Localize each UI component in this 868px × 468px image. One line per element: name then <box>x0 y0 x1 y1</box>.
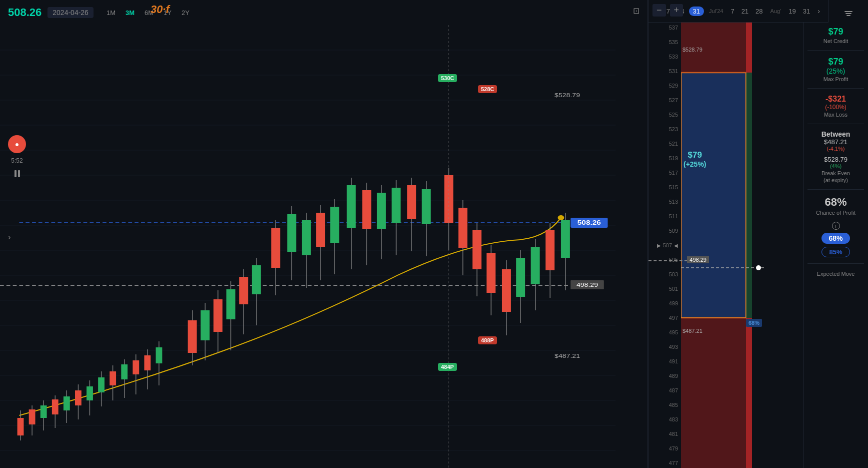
price-535: 535 <box>648 39 678 45</box>
svg-rect-79 <box>422 189 431 224</box>
svg-rect-111 <box>746 318 752 468</box>
pnl-panel: $79 Net Credit $79 (25%) Max Profit -$32… <box>803 23 868 468</box>
upper-strike-price: $528.79 <box>682 47 702 53</box>
svg-rect-33 <box>86 386 93 400</box>
price-531: 531 <box>648 68 678 74</box>
divider-2 <box>808 88 864 89</box>
svg-rect-73 <box>377 193 386 229</box>
svg-rect-21 <box>18 418 24 435</box>
price-501: 501 <box>648 286 678 292</box>
current-date: 2024-04-26 <box>48 7 94 18</box>
svg-rect-67 <box>330 207 339 243</box>
max-profit-pct: (25%) <box>826 67 845 75</box>
badge-85[interactable]: 85% <box>822 247 850 257</box>
nav-date-7-jul[interactable]: 7 <box>728 7 736 16</box>
price-479: 479 <box>648 445 678 451</box>
price-533: 533 <box>648 54 678 60</box>
price-497: 497 <box>648 315 678 321</box>
price-499: 499 <box>648 300 678 306</box>
svg-point-17 <box>558 215 564 220</box>
svg-rect-83 <box>458 208 468 248</box>
nav-date-31-aug[interactable]: 31 <box>800 7 812 16</box>
lower-strike-price: $487.21 <box>682 328 702 334</box>
price-label-498-29: 498.29 <box>687 256 709 263</box>
pct-68-label: 68% <box>746 319 762 327</box>
timeframe-1m[interactable]: 1M <box>104 8 118 18</box>
svg-rect-41 <box>132 360 139 374</box>
chart-svg: 508.26 498.29 $528.79 $487.21 <box>0 25 648 468</box>
badge-488p[interactable]: 488P <box>478 336 497 344</box>
strike-zone-svg <box>681 23 766 468</box>
expected-move-section: Expected Move <box>808 270 864 277</box>
divider-3 <box>808 124 864 124</box>
svg-rect-51 <box>214 299 222 332</box>
svg-rect-91 <box>516 258 525 297</box>
zoom-in-btn[interactable]: + <box>670 4 684 17</box>
expand-arrow[interactable]: › <box>8 233 10 242</box>
svg-rect-53 <box>226 289 236 319</box>
svg-rect-109 <box>681 318 746 468</box>
svg-rect-89 <box>502 269 511 312</box>
nav-date-28-jul[interactable]: 28 <box>753 7 765 16</box>
svg-text:508.26: 508.26 <box>578 220 601 226</box>
nav-aug-label: Aug' <box>770 8 782 14</box>
chart-area: 30·f 508.26 2024-04-26 1M 3M 6M 1Y 2Y ⊡ <box>0 0 648 468</box>
price-503: 503 <box>648 271 678 277</box>
max-profit-section: $79 (25%) Max Profit <box>808 57 864 82</box>
nav-next[interactable]: › <box>814 6 823 16</box>
badge-530c[interactable]: 530C <box>438 74 457 82</box>
svg-rect-49 <box>200 310 210 340</box>
price-509: 509 <box>648 228 678 234</box>
price-523: 523 <box>648 126 678 132</box>
max-loss-value: -$321 <box>826 95 846 104</box>
info-icon[interactable]: i <box>832 222 840 230</box>
timeframe-2y[interactable]: 2Y <box>178 8 192 18</box>
pause-button[interactable] <box>8 168 26 179</box>
logo-text: 30·f <box>150 3 170 16</box>
svg-rect-87 <box>486 253 496 293</box>
svg-rect-55 <box>239 277 248 304</box>
net-credit-label: Net Credit <box>824 38 848 44</box>
price-527: 527 <box>648 97 678 103</box>
profit-zone-value: $79 (+25%) <box>684 150 706 168</box>
svg-rect-35 <box>98 377 104 392</box>
badge-68[interactable]: 68% <box>822 233 850 244</box>
price-507-row: ▶ 507 ◀ <box>648 242 678 248</box>
price-537: 537 <box>648 25 678 31</box>
price-517: 517 <box>648 170 678 176</box>
nav-date-31-jun[interactable]: 31 <box>689 7 704 16</box>
price-axis: 537 535 533 531 529 527 525 523 521 519 … <box>648 23 681 468</box>
svg-rect-105 <box>681 73 746 318</box>
zoom-out-btn[interactable]: − <box>652 4 666 17</box>
nav-date-19-aug[interactable]: 19 <box>786 7 798 16</box>
svg-rect-115 <box>846 13 852 14</box>
svg-rect-85 <box>472 230 482 269</box>
main-container: 30·f 508.26 2024-04-26 1M 3M 6M 1Y 2Y ⊡ <box>0 0 868 468</box>
screenshot-icon[interactable]: ⊡ <box>633 7 640 15</box>
nav-date-21-jul[interactable]: 21 <box>739 7 751 16</box>
chance-section: 68% Chance of Profit <box>808 196 864 216</box>
badge-528c[interactable]: 528C <box>478 85 497 93</box>
svg-rect-97 <box>561 220 570 258</box>
price-515: 515 <box>648 184 678 190</box>
price-483: 483 <box>648 416 678 422</box>
svg-text:$487.21: $487.21 <box>554 353 580 359</box>
svg-rect-23 <box>29 409 36 424</box>
price-487: 487 <box>648 387 678 393</box>
price-519: 519 <box>648 155 678 161</box>
price-485: 485 <box>648 402 678 408</box>
price-513: 513 <box>648 199 678 205</box>
svg-rect-37 <box>110 371 116 385</box>
badge-484p[interactable]: 484P <box>438 363 457 371</box>
svg-rect-31 <box>75 390 82 405</box>
timeframe-3m[interactable]: 3M <box>122 8 138 18</box>
chance-badges: i 68% 85% <box>808 222 864 257</box>
svg-rect-43 <box>144 355 150 370</box>
svg-rect-75 <box>392 188 400 223</box>
svg-rect-116 <box>846 15 850 16</box>
screener-icon <box>843 9 854 20</box>
svg-rect-95 <box>546 230 554 270</box>
price-507: 507 <box>663 242 672 248</box>
record-button[interactable]: ● <box>8 135 26 153</box>
price-495: 495 <box>648 329 678 335</box>
